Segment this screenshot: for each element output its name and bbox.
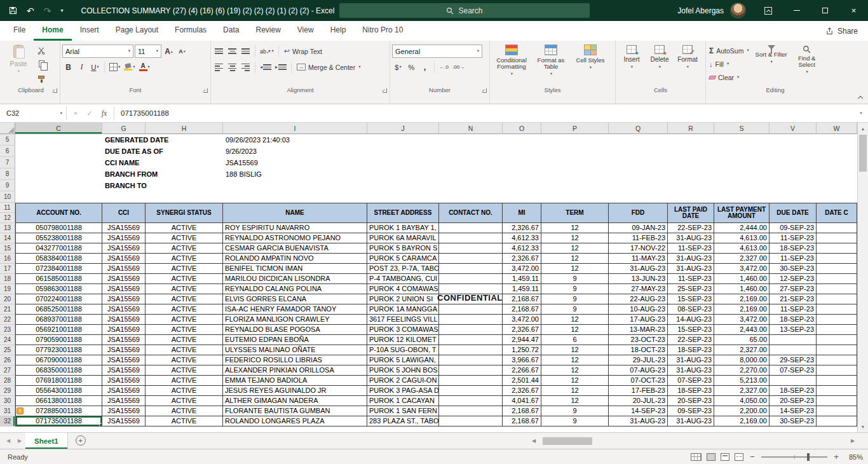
cell-W23[interactable] [817,325,857,335]
cell-N31[interactable] [439,406,503,416]
delete-cells-button[interactable]: Delete ▾ [646,41,674,86]
cell-Q20[interactable]: 22-AUG-23 [609,294,668,304]
cell-I7[interactable]: JSA15569 [226,157,258,168]
format-as-table-button[interactable]: Format as Table ▾ [531,41,571,86]
cell-J17[interactable]: POST 23, P-7A, TABO [367,264,439,274]
ribbon-tab-file[interactable]: File [5,21,34,41]
row-header-32[interactable]: 32 [0,416,15,426]
cell-I17[interactable]: BENIFEL TICMON IMAN [223,264,367,274]
increase-indent-button[interactable]: ▸ [274,61,288,74]
cell-H31[interactable]: ACTIVE [146,406,223,416]
cell-G15[interactable]: JSA15569 [102,243,146,254]
ribbon-tab-home[interactable]: Home [34,21,71,41]
cell-N18[interactable] [439,274,503,284]
cell-R22[interactable]: 14-AUG-23 [668,315,714,325]
cell-G13[interactable]: JSA15569 [102,223,146,233]
formula-input[interactable]: 071735001188 [114,104,854,122]
cell-G31[interactable]: JSA15569 [102,406,146,416]
cell-C16[interactable]: 058384001188 [15,254,102,264]
cell-P21[interactable]: 9 [541,304,609,315]
font-name-select[interactable]: Arial ▾ [62,44,133,58]
comma-style-button[interactable]: , [419,61,431,74]
cell-H32[interactable]: ACTIVE [146,416,223,426]
cell-W29[interactable] [817,386,857,396]
cell-C24[interactable]: 079059001188 [15,335,102,345]
cell-P15[interactable]: 12 [541,243,609,254]
cell-G9[interactable]: BRANCH TO [105,180,147,191]
cell-N13[interactable] [439,223,503,233]
table-header-due-date[interactable]: DUE DATE [770,203,817,223]
row-header-31[interactable]: 31 [0,406,15,416]
minimize-button[interactable] [782,0,811,21]
row-header-12[interactable]: 12 [0,213,15,223]
cell-V20[interactable]: 21-SEP-23 [770,294,817,304]
cell-H15[interactable]: ACTIVE [146,243,223,254]
cell-P14[interactable]: 12 [541,233,609,243]
cell-O23[interactable]: 2,326.67 [503,325,541,335]
ribbon-tab-review[interactable]: Review [247,21,288,41]
ribbon-tab-formulas[interactable]: Formulas [166,21,215,41]
insert-cells-button[interactable]: Insert ▾ [618,41,646,86]
accounting-format-button[interactable]: $▾ [392,61,404,74]
cell-R19[interactable]: 25-SEP-23 [668,284,714,294]
cell-S22[interactable]: 3,472.00 [714,315,770,325]
cell-P24[interactable]: 6 [541,335,609,345]
cell-P28[interactable]: 12 [541,376,609,386]
table-header-cci[interactable]: CCI [102,203,146,223]
number-format-select[interactable]: General ▾ [392,44,482,58]
cell-styles-button[interactable]: Cell Styles ▾ [571,41,610,86]
cell-G32[interactable]: JSA15569 [102,416,146,426]
cell-W22[interactable] [817,315,857,325]
font-dialog-launcher[interactable] [203,88,208,93]
cell-C21[interactable]: 068525001188 [15,304,102,315]
cell-S31[interactable]: 2,200.00 [714,406,770,416]
cell-S14[interactable]: 4,613.00 [714,233,770,243]
cell-W18[interactable] [817,274,857,284]
vertical-scrollbar[interactable]: ▲ ▼ [857,123,868,432]
cell-H25[interactable]: ACTIVE [146,345,223,355]
cell-W27[interactable] [817,365,857,376]
insert-function-button[interactable]: fx [97,109,111,118]
cell-R18[interactable]: 11-SEP-23 [668,274,714,284]
row-header-22[interactable]: 22 [0,315,15,325]
cell-J31[interactable]: PUROK 1 SAN FERN [367,406,439,416]
undo-button[interactable]: ↶ [27,6,34,16]
row-header-26[interactable]: 26 [0,355,15,365]
cell-O25[interactable]: 1,250.72 [503,345,541,355]
cell-Q28[interactable]: 07-OCT-23 [609,376,668,386]
cell-O13[interactable]: 2,326.67 [503,223,541,233]
save-button[interactable] [9,6,17,15]
row-header-19[interactable]: 19 [0,284,15,294]
cell-C17[interactable]: 072384001188 [15,264,102,274]
table-header-date-c[interactable]: DATE C [817,203,857,223]
redo-button[interactable]: ↷ [44,6,51,16]
horizontal-scrollbar[interactable]: ◀ ▶ [529,433,858,449]
cell-W21[interactable] [817,304,857,315]
cell-R30[interactable]: 20-SEP-23 [668,396,714,406]
cell-V16[interactable]: 11-SEP-23 [770,254,817,264]
cell-J21[interactable]: PUROK 1A MANGGA [367,304,439,315]
table-header-account-no[interactable]: ACCOUNT NO. [15,203,102,223]
alignment-dialog-launcher[interactable] [383,88,387,93]
paste-button[interactable]: Paste ▾ [4,41,33,86]
cell-S18[interactable]: 1,460.00 [714,274,770,284]
cell-W13[interactable] [817,223,857,233]
cell-P19[interactable]: 9 [541,284,609,294]
row-header-29[interactable]: 29 [0,386,15,396]
cell-H19[interactable]: ACTIVE [146,284,223,294]
cell-C23[interactable]: 056921001188 [15,325,102,335]
cell-I22[interactable]: FLORIZA MANLIGON CRAWLEY [223,315,367,325]
column-header-I[interactable]: I [223,123,367,134]
conditional-formatting-button[interactable]: Conditional Formatting ▾ [492,41,531,86]
cell-I6[interactable]: 9/26/2023 [226,146,257,157]
cell-H24[interactable]: ACTIVE [146,335,223,345]
cell-Q15[interactable]: 17-NOV-22 [609,243,668,254]
fill-button[interactable]: ↓Fill▾ [708,58,750,70]
ribbon-tab-help[interactable]: Help [322,21,355,41]
cell-H13[interactable]: ACTIVE [146,223,223,233]
cell-O22[interactable]: 3,472.00 [503,315,541,325]
column-header-C[interactable]: C [15,123,102,134]
ribbon-tab-nitro-pro-10[interactable]: Nitro Pro 10 [354,21,411,41]
cell-J27[interactable]: PUROK 5 JOHN BOS [367,365,439,376]
cell-V14[interactable]: 11-SEP-23 [770,233,817,243]
